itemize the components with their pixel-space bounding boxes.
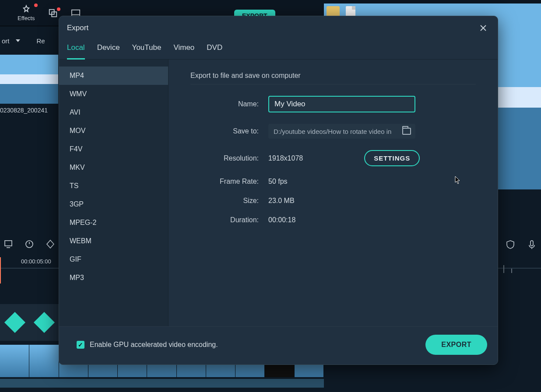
format-mov[interactable]: MOV bbox=[59, 122, 168, 140]
dialog-footer: ✓ Enable GPU accelerated video encoding.… bbox=[59, 326, 498, 364]
chevron-down-icon[interactable] bbox=[16, 39, 20, 42]
frame-thumb bbox=[0, 345, 29, 377]
format-gif[interactable]: GIF bbox=[59, 250, 168, 269]
frame-thumb bbox=[29, 345, 59, 377]
svg-rect-2 bbox=[71, 10, 79, 16]
audio-track[interactable] bbox=[0, 379, 324, 388]
settings-button[interactable]: SETTINGS bbox=[364, 150, 420, 166]
name-input[interactable] bbox=[268, 96, 415, 112]
clip-marker-icon bbox=[4, 312, 25, 333]
format-ts[interactable]: TS bbox=[59, 177, 168, 195]
format-mkv[interactable]: MKV bbox=[59, 158, 168, 177]
value-duration: 00:00:18 bbox=[268, 216, 295, 224]
format-mpeg2[interactable]: MPEG-2 bbox=[59, 214, 168, 232]
label-saveto: Save to: bbox=[190, 127, 268, 135]
stack-tool[interactable] bbox=[48, 8, 58, 18]
value-framerate: 50 fps bbox=[268, 178, 288, 186]
label-size: Size: bbox=[190, 197, 268, 205]
playhead[interactable] bbox=[0, 257, 1, 284]
tab-local[interactable]: Local bbox=[67, 41, 85, 60]
value-size: 23.0 MB bbox=[268, 197, 295, 205]
dialog-title: Export bbox=[67, 24, 88, 32]
format-3gp[interactable]: 3GP bbox=[59, 195, 168, 214]
row-duration: Duration: 00:00:18 bbox=[190, 216, 476, 224]
save-path-text: D:/youtube videos/How to rotate video in bbox=[274, 128, 391, 135]
save-path-field[interactable]: D:/youtube videos/How to rotate video in bbox=[268, 124, 415, 139]
format-list: MP4 WMV AVI MOV F4V MKV TS 3GP MPEG-2 WE… bbox=[59, 60, 169, 326]
monitor-icon[interactable] bbox=[4, 239, 13, 248]
row-size: Size: 23.0 MB bbox=[190, 197, 476, 205]
media-thumb[interactable] bbox=[0, 55, 58, 104]
effects-icon bbox=[21, 4, 31, 14]
row-saveto: Save to: D:/youtube videos/How to rotate… bbox=[190, 124, 476, 139]
tab-dvd[interactable]: DVD bbox=[207, 41, 222, 59]
svg-rect-4 bbox=[5, 241, 12, 246]
label-resolution: Resolution: bbox=[190, 154, 268, 162]
badge-dot-icon bbox=[34, 4, 38, 7]
folder-icon[interactable] bbox=[327, 6, 340, 17]
export-dialog: Export Local Device YouTube Vimeo DVD MP… bbox=[59, 16, 498, 365]
timeline-track-1[interactable] bbox=[0, 304, 59, 341]
effects-label: Effects bbox=[18, 15, 35, 21]
tab-vimeo[interactable]: Vimeo bbox=[173, 41, 194, 59]
close-button[interactable] bbox=[478, 22, 489, 34]
clip-filename: 0230828_200241 bbox=[0, 107, 48, 114]
mic-icon[interactable] bbox=[528, 240, 536, 249]
right-tool-icons bbox=[506, 240, 536, 249]
folder-icon[interactable] bbox=[402, 128, 411, 135]
export-button[interactable]: EXPORT bbox=[425, 335, 487, 355]
format-wmv[interactable]: WMV bbox=[59, 85, 168, 103]
svg-rect-6 bbox=[530, 241, 533, 246]
diamond-icon[interactable] bbox=[46, 239, 55, 248]
export-form: Export to file and save on computer Name… bbox=[169, 60, 498, 326]
label-duration: Duration: bbox=[190, 216, 268, 224]
dialog-body: MP4 WMV AVI MOV F4V MKV TS 3GP MPEG-2 WE… bbox=[59, 60, 498, 326]
gpu-label: Enable GPU accelerated video encoding. bbox=[90, 341, 218, 349]
shield-icon[interactable] bbox=[506, 240, 515, 249]
label-framerate: Frame Rate: bbox=[190, 178, 268, 186]
export-tabs: Local Device YouTube Vimeo DVD bbox=[59, 36, 498, 60]
clip-marker-icon bbox=[33, 312, 54, 333]
format-avi[interactable]: AVI bbox=[59, 103, 168, 122]
timer-icon[interactable] bbox=[25, 239, 34, 248]
row-resolution: Resolution: 1918x1078 SETTINGS bbox=[190, 150, 476, 166]
value-resolution: 1918x1078 bbox=[268, 154, 303, 162]
sub-bar: ort Re bbox=[0, 34, 57, 47]
row-name: Name: bbox=[190, 96, 476, 112]
checkbox-checked-icon: ✓ bbox=[77, 341, 84, 349]
row-framerate: Frame Rate: 50 fps bbox=[190, 178, 476, 186]
gpu-checkbox-wrap[interactable]: ✓ Enable GPU accelerated video encoding. bbox=[77, 341, 218, 349]
format-f4v[interactable]: F4V bbox=[59, 140, 168, 158]
tab-youtube[interactable]: YouTube bbox=[132, 41, 162, 59]
effects-tool[interactable]: Effects bbox=[18, 4, 35, 21]
format-webm[interactable]: WEBM bbox=[59, 232, 168, 250]
sub-left: ort bbox=[2, 37, 10, 45]
dialog-titlebar: Export bbox=[59, 16, 498, 36]
form-heading: Export to file and save on computer bbox=[190, 72, 476, 84]
close-icon bbox=[479, 24, 487, 32]
ruler-timecode: 00:00:05:00 bbox=[21, 258, 51, 265]
ruler-ticks-right bbox=[495, 262, 530, 273]
tab-device[interactable]: Device bbox=[97, 41, 120, 59]
label-name: Name: bbox=[190, 100, 268, 108]
format-mp4[interactable]: MP4 bbox=[59, 66, 168, 85]
sub-re: Re bbox=[37, 37, 45, 45]
format-mp3[interactable]: MP3 bbox=[59, 269, 168, 287]
stack-icon bbox=[48, 8, 58, 18]
badge-dot-icon bbox=[57, 7, 60, 11]
